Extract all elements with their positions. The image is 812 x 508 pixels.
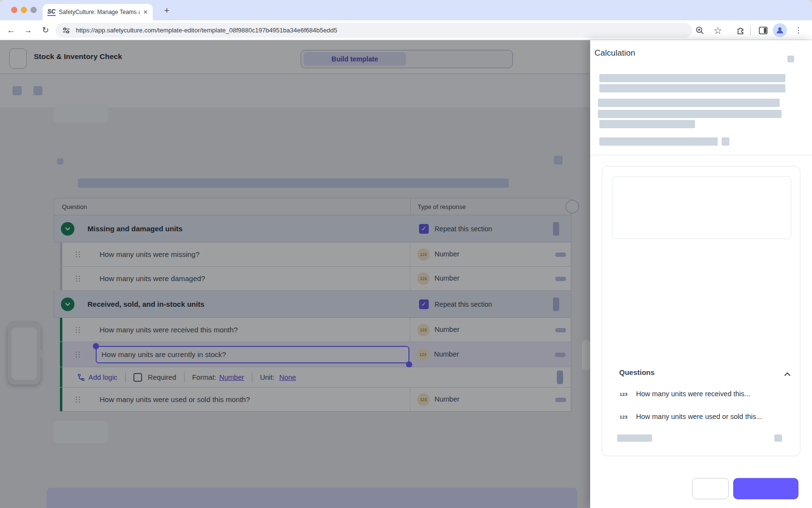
number-type-icon: 123 xyxy=(620,392,628,397)
primary-button-loading[interactable] xyxy=(733,478,798,499)
browser-menu-icon[interactable]: ⋮ xyxy=(794,24,803,37)
back-icon[interactable]: ← xyxy=(5,24,17,37)
number-type-icon: 123 xyxy=(620,415,628,419)
traffic-light-close[interactable] xyxy=(11,7,17,13)
link-skeleton-icon xyxy=(722,137,729,146)
questions-heading: Questions xyxy=(619,368,654,376)
extensions-icon[interactable] xyxy=(734,24,748,37)
forward-icon[interactable]: → xyxy=(22,24,34,37)
description-skeleton-line xyxy=(598,110,782,118)
traffic-light-minimize[interactable] xyxy=(21,7,27,13)
url-text: https://app.safetyculture.com/template-e… xyxy=(76,27,337,34)
question-option[interactable]: How many units were used or sold this... xyxy=(636,413,762,420)
description-skeleton-line xyxy=(598,99,780,107)
formula-card: Questions 123 How many units were receiv… xyxy=(602,166,800,456)
side-panel-icon[interactable] xyxy=(756,24,770,37)
zoom-icon[interactable] xyxy=(693,24,707,37)
link-skeleton-line xyxy=(599,137,718,146)
close-panel-placeholder[interactable] xyxy=(787,56,794,62)
bookmark-star-icon[interactable]: ☆ xyxy=(711,24,725,37)
description-skeleton-line xyxy=(599,74,785,82)
description-skeleton-line xyxy=(599,120,695,128)
cancel-button-loading[interactable] xyxy=(692,478,729,499)
option-skeleton-line xyxy=(617,434,652,442)
traffic-light-zoom[interactable] xyxy=(30,7,37,13)
collapse-questions-icon[interactable] xyxy=(784,370,791,378)
question-option[interactable]: How many units were received this... xyxy=(636,390,750,398)
description-skeleton-line xyxy=(599,84,785,92)
site-settings-icon[interactable] xyxy=(62,27,70,34)
url-bar[interactable]: https://app.safetyculture.com/template-e… xyxy=(56,23,692,38)
profile-avatar[interactable] xyxy=(773,23,787,37)
browser-window: SC SafetyCulture: Manage Teams and... ✕ … xyxy=(0,0,812,508)
safetyculture-favicon: SC xyxy=(47,9,56,16)
tab-title: SafetyCulture: Manage Teams and... xyxy=(59,9,140,15)
calculation-panel: Calculation Questions 123 How many units… xyxy=(590,40,812,508)
new-tab-button[interactable]: + xyxy=(160,4,173,17)
option-skeleton-icon xyxy=(774,434,782,442)
browser-tab[interactable]: SC SafetyCulture: Manage Teams and... ✕ xyxy=(43,4,153,20)
formula-input[interactable] xyxy=(612,176,791,239)
modal-dim-overlay[interactable] xyxy=(0,40,590,508)
panel-divider xyxy=(590,155,812,155)
tab-close-icon[interactable]: ✕ xyxy=(143,9,148,15)
panel-title: Calculation xyxy=(594,48,635,58)
reload-icon[interactable]: ↻ xyxy=(39,24,52,37)
toolbar-divider xyxy=(750,25,751,35)
